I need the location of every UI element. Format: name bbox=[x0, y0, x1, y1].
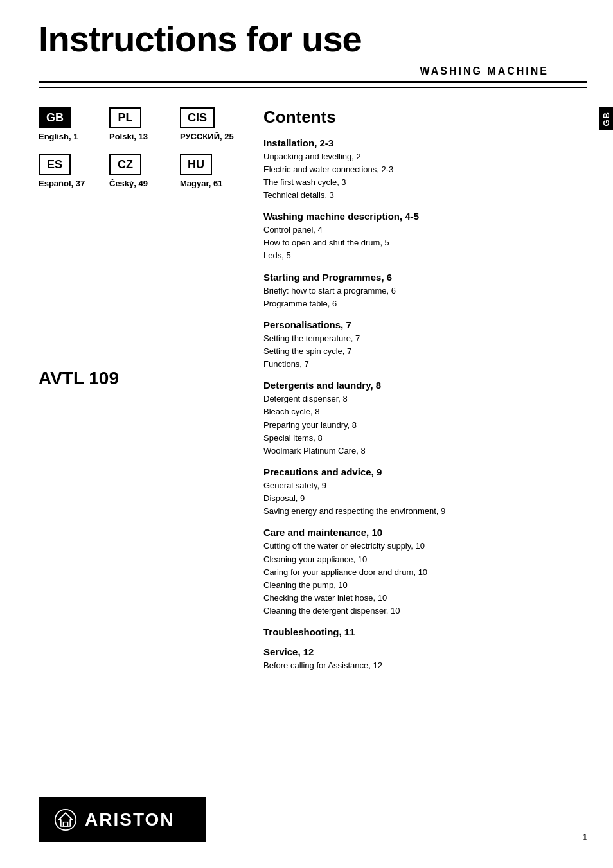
main-layout: GBEnglish, 1PLPolski, 13CISРУССКИЙ, 25ES… bbox=[39, 107, 587, 682]
lang-code-cis: CIS bbox=[180, 107, 215, 128]
section-item-4-2: Preparing your laundry, 8 bbox=[263, 419, 587, 432]
section-item-6-1: Cleaning your appliance, 10 bbox=[263, 553, 587, 566]
lang-code-pl: PL bbox=[109, 107, 141, 128]
lang-label-cis: РУССКИЙ, 25 bbox=[180, 132, 234, 141]
section-item-5-1: Disposal, 9 bbox=[263, 492, 587, 505]
section-title-6: Care and maintenance, 10 bbox=[263, 527, 587, 538]
ariston-logo: ARISTON bbox=[39, 797, 206, 842]
section-item-4-3: Special items, 8 bbox=[263, 432, 587, 445]
left-column: GBEnglish, 1PLPolski, 13CISРУССКИЙ, 25ES… bbox=[39, 107, 244, 682]
ariston-house-icon bbox=[54, 808, 77, 831]
language-item-cis: CISРУССКИЙ, 25 bbox=[180, 107, 244, 141]
section-item-1-0: Control panel, 4 bbox=[263, 224, 587, 236]
language-grid: GBEnglish, 1PLPolski, 13CISРУССКИЙ, 25ES… bbox=[39, 107, 244, 188]
page-title: Instructions for use bbox=[39, 19, 587, 59]
language-item-gb: GBEnglish, 1 bbox=[39, 107, 103, 141]
section-title-5: Precautions and advice, 9 bbox=[263, 466, 587, 477]
top-divider bbox=[39, 87, 587, 88]
page-wrapper: Instructions for use WASHING MACHINE GBE… bbox=[0, 0, 613, 868]
section-items-4: Detergent dispenser, 8Bleach cycle, 8Pre… bbox=[263, 393, 587, 457]
contents-heading: Contents bbox=[263, 107, 587, 127]
section-item-8-0: Before calling for Assistance, 12 bbox=[263, 659, 587, 672]
section-item-5-0: General safety, 9 bbox=[263, 479, 587, 492]
lang-label-gb: English, 1 bbox=[39, 132, 78, 141]
page-number: 1 bbox=[582, 832, 587, 842]
lang-code-gb: GB bbox=[39, 107, 71, 128]
brand-name: ARISTON bbox=[85, 810, 175, 830]
section-title-7: Troubleshooting, 11 bbox=[263, 626, 587, 637]
language-item-es: ESEspañol, 37 bbox=[39, 154, 103, 188]
lang-code-hu: HU bbox=[180, 154, 212, 175]
section-item-4-0: Detergent dispenser, 8 bbox=[263, 393, 587, 405]
section-item-2-0: Briefly: how to start a programme, 6 bbox=[263, 285, 587, 297]
lang-label-pl: Polski, 13 bbox=[109, 132, 148, 141]
section-items-1: Control panel, 4How to open and shut the… bbox=[263, 224, 587, 262]
section-title-0: Installation, 2-3 bbox=[263, 137, 587, 148]
language-item-cz: CZČeský, 49 bbox=[109, 154, 173, 188]
section-item-3-1: Setting the spin cycle, 7 bbox=[263, 345, 587, 358]
right-column: GB Contents Installation, 2-3Unpacking a… bbox=[263, 107, 587, 682]
section-item-2-1: Programme table, 6 bbox=[263, 297, 587, 310]
subtitle-bar: WASHING MACHINE bbox=[39, 66, 587, 83]
lang-label-es: Español, 37 bbox=[39, 179, 85, 188]
section-item-4-1: Bleach cycle, 8 bbox=[263, 405, 587, 418]
section-title-2: Starting and Programmes, 6 bbox=[263, 272, 587, 283]
section-title-3: Personalisations, 7 bbox=[263, 319, 587, 330]
section-items-8: Before calling for Assistance, 12 bbox=[263, 659, 587, 672]
lang-label-hu: Magyar, 61 bbox=[180, 179, 223, 188]
contents-section-2: Starting and Programmes, 6Briefly: how t… bbox=[263, 272, 587, 310]
section-item-6-4: Checking the water inlet hose, 10 bbox=[263, 592, 587, 605]
section-item-3-0: Setting the temperature, 7 bbox=[263, 332, 587, 345]
section-items-5: General safety, 9Disposal, 9Saving energ… bbox=[263, 479, 587, 518]
contents-section-1: Washing machine description, 4-5Control … bbox=[263, 211, 587, 262]
section-item-6-0: Cutting off the water or electricity sup… bbox=[263, 540, 587, 553]
contents-section-6: Care and maintenance, 10Cutting off the … bbox=[263, 527, 587, 617]
contents-section-0: Installation, 2-3Unpacking and levelling… bbox=[263, 137, 587, 202]
section-items-6: Cutting off the water or electricity sup… bbox=[263, 540, 587, 617]
lang-code-es: ES bbox=[39, 154, 71, 175]
contents-section-3: Personalisations, 7Setting the temperatu… bbox=[263, 319, 587, 371]
svg-rect-2 bbox=[63, 822, 67, 826]
svg-marker-1 bbox=[58, 813, 73, 826]
section-item-1-2: Leds, 5 bbox=[263, 249, 587, 262]
section-item-6-5: Cleaning the detergent dispenser, 10 bbox=[263, 605, 587, 617]
language-item-pl: PLPolski, 13 bbox=[109, 107, 173, 141]
section-items-2: Briefly: how to start a programme, 6Prog… bbox=[263, 285, 587, 310]
gb-tab: GB bbox=[599, 107, 613, 130]
section-item-3-2: Functions, 7 bbox=[263, 358, 587, 371]
subtitle-text: WASHING MACHINE bbox=[420, 66, 587, 77]
lang-code-cz: CZ bbox=[109, 154, 141, 175]
contents-section-7: Troubleshooting, 11 bbox=[263, 626, 587, 637]
language-item-hu: HUMagyar, 61 bbox=[180, 154, 244, 188]
section-item-0-1: Electric and water connections, 2-3 bbox=[263, 163, 587, 176]
section-item-0-0: Unpacking and levelling, 2 bbox=[263, 150, 587, 163]
section-title-1: Washing machine description, 4-5 bbox=[263, 211, 587, 222]
contents-section-8: Service, 12Before calling for Assistance… bbox=[263, 646, 587, 672]
section-item-0-2: The first wash cycle, 3 bbox=[263, 176, 587, 189]
section-title-4: Detergents and laundry, 8 bbox=[263, 380, 587, 391]
section-item-0-3: Technical details, 3 bbox=[263, 189, 587, 202]
section-items-0: Unpacking and levelling, 2Electric and w… bbox=[263, 150, 587, 202]
contents-sections: Installation, 2-3Unpacking and levelling… bbox=[263, 137, 587, 673]
section-item-5-2: Saving energy and respecting the environ… bbox=[263, 505, 587, 518]
lang-label-cz: Český, 49 bbox=[109, 179, 148, 188]
section-item-6-2: Caring for your appliance door and drum,… bbox=[263, 566, 587, 579]
section-title-8: Service, 12 bbox=[263, 646, 587, 657]
contents-section-5: Precautions and advice, 9General safety,… bbox=[263, 466, 587, 518]
section-items-3: Setting the temperature, 7Setting the sp… bbox=[263, 332, 587, 371]
section-item-1-1: How to open and shut the drum, 5 bbox=[263, 236, 587, 249]
section-item-6-3: Cleaning the pump, 10 bbox=[263, 579, 587, 592]
model-number: AVTL 109 bbox=[39, 368, 244, 389]
contents-section-4: Detergents and laundry, 8Detergent dispe… bbox=[263, 380, 587, 457]
section-item-4-4: Woolmark Platinum Care, 8 bbox=[263, 445, 587, 457]
